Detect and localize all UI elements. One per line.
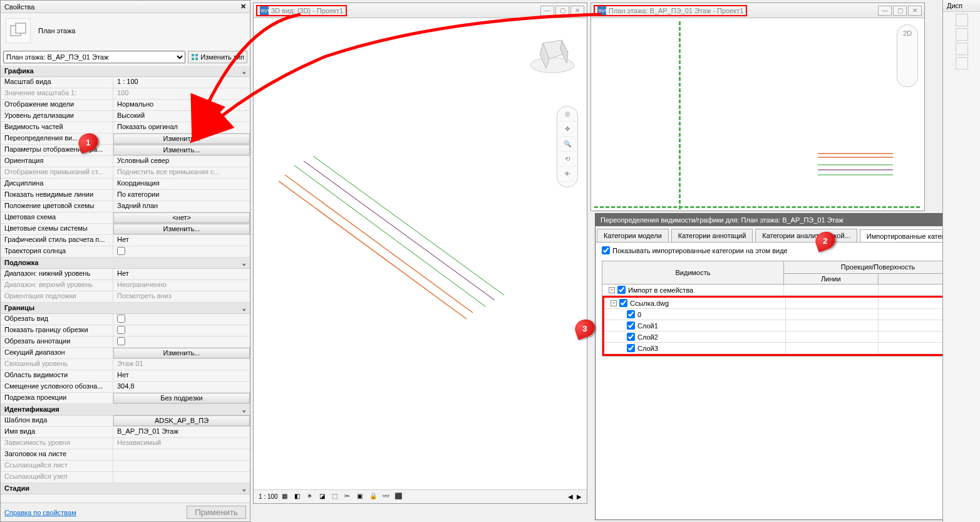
property-row[interactable]: Заголовок на листе <box>1 449 250 461</box>
vg-tab[interactable]: Категории модели <box>597 229 669 242</box>
property-value[interactable]: B_АР_ПЭ_01 Этаж <box>113 427 250 437</box>
vg-row-checkbox[interactable] <box>617 286 626 294</box>
property-row[interactable]: Масштаб вида1 : 100 <box>1 77 250 88</box>
property-value[interactable]: Неограниченно <box>113 280 250 291</box>
edit-type-button[interactable]: Изменить тип <box>188 51 247 63</box>
property-row[interactable]: ОриентацияУсловный север <box>1 156 250 167</box>
scale-label[interactable]: 1 : 100 <box>259 493 278 500</box>
property-checkbox[interactable] <box>117 247 125 255</box>
vg-tree-child[interactable]: Слой2 <box>604 331 971 343</box>
property-value[interactable] <box>113 246 250 257</box>
lock-icon[interactable]: 🔒 <box>369 493 378 501</box>
detail-level-icon[interactable]: ▦ <box>282 493 291 501</box>
property-value[interactable] <box>113 325 250 336</box>
close-icon[interactable]: ✕ <box>240 3 246 11</box>
vg-row-checkbox[interactable] <box>627 333 635 341</box>
nav-bar-plan[interactable]: 2D <box>897 24 918 87</box>
vg-row-checkbox[interactable] <box>627 310 635 318</box>
property-row[interactable]: Уровень детализацииВысокий <box>1 111 250 122</box>
property-value[interactable]: Высокий <box>113 111 250 122</box>
visual-style-icon[interactable]: ◧ <box>294 493 303 501</box>
property-value[interactable]: 304,8 <box>113 382 250 392</box>
property-value[interactable]: Нет <box>113 370 250 381</box>
property-row[interactable]: Имя видаB_АР_ПЭ_01 Этаж <box>1 427 250 438</box>
property-row[interactable]: ДисциплинаКоординация <box>1 179 250 190</box>
property-row[interactable]: Параметры отображения гра...Изменить... <box>1 145 250 156</box>
property-row[interactable]: Отображение примыканий ст...Подчистить в… <box>1 167 250 179</box>
minimize-button[interactable]: — <box>540 6 554 16</box>
property-row[interactable]: Диапазон: верхний уровеньНеограниченно <box>1 280 250 291</box>
property-value-button[interactable]: ADSK_АР_В_ПЭ <box>113 415 250 426</box>
vg-row[interactable]: − Импорт в семейства <box>602 284 972 296</box>
property-value[interactable]: 1 : 100 <box>113 77 250 88</box>
property-row[interactable]: Положение цветовой схемыЗадний план <box>1 201 250 212</box>
property-row[interactable]: Видимость частейПоказать оригинал <box>1 122 250 133</box>
property-row[interactable]: Траектория солнца <box>1 246 250 258</box>
property-row[interactable]: Обрезать аннотации <box>1 337 250 348</box>
property-row[interactable]: Показать границу обрезки <box>1 325 250 337</box>
close-button[interactable]: ✕ <box>908 6 922 16</box>
property-value-button[interactable]: Изменить... <box>113 348 250 358</box>
property-row[interactable]: Отображение моделиНормально <box>1 100 250 111</box>
property-value[interactable] <box>113 337 250 347</box>
property-value[interactable]: Нет <box>113 269 250 279</box>
browser-icon[interactable] <box>956 43 968 55</box>
property-value[interactable]: Задний план <box>113 201 250 212</box>
temp-hide-icon[interactable]: 👓 <box>382 493 391 501</box>
scroll-left-icon[interactable]: ◀ <box>568 493 573 500</box>
property-row[interactable]: Секущий диапазонИзменить... <box>1 348 250 359</box>
vg-tree-child[interactable]: Слой1 <box>604 320 971 331</box>
property-row[interactable]: Ссылающийся лист <box>1 461 250 472</box>
vg-row-checkbox[interactable] <box>627 321 635 330</box>
crop-icon[interactable]: ✂ <box>344 493 353 501</box>
property-row[interactable]: Шаблон видаADSK_АР_В_ПЭ <box>1 415 250 427</box>
nav-zoom-icon[interactable]: 🔍 <box>557 137 577 152</box>
browser-icon[interactable] <box>956 14 968 26</box>
type-selector[interactable]: План этажа: B_АР_ПЭ_01 Этаж <box>3 51 185 63</box>
view-3d-canvas[interactable]: ◎ ✥ 🔍 ⟲ 👁 1 : 100 ▦ ◧ ☀ ◪ ⬚ ✂ ▣ 🔒 👓 ⬛ ◀ <box>254 18 587 503</box>
crop-region-icon[interactable]: ▣ <box>357 493 366 501</box>
property-value[interactable]: Условный север <box>113 156 250 167</box>
properties-help-link[interactable]: Справка по свойствам <box>4 509 76 516</box>
property-value-button[interactable]: Без подрезки <box>113 393 250 404</box>
property-row[interactable]: Цветовая схема<нет> <box>1 212 250 224</box>
property-row[interactable]: Область видимостиНет <box>1 370 250 382</box>
property-value[interactable]: Независимый <box>113 438 250 449</box>
property-row[interactable]: Графический стиль расчета п...Нет <box>1 235 250 246</box>
property-group-header[interactable]: Границы⌄ <box>1 303 250 314</box>
property-row[interactable]: Подрезка проекцииБез подрезки <box>1 393 250 404</box>
property-value-button[interactable]: <нет> <box>113 212 250 223</box>
minimize-button[interactable]: — <box>878 6 892 16</box>
scroll-right-icon[interactable]: ▶ <box>577 493 582 500</box>
property-value-button[interactable]: Изменить... <box>113 133 250 144</box>
property-row[interactable]: Диапазон: нижний уровеньНет <box>1 269 250 280</box>
property-value[interactable] <box>113 472 250 483</box>
nav-pan-icon[interactable]: ✥ <box>557 122 577 137</box>
property-value[interactable]: 100 <box>113 88 250 99</box>
property-group-header[interactable]: Стадии⌄ <box>1 483 250 494</box>
property-group-header[interactable]: Подложка⌄ <box>1 258 250 269</box>
property-row[interactable]: Смещение условного обозна...304,8 <box>1 382 250 393</box>
property-value[interactable]: Нет <box>113 235 250 246</box>
apply-button[interactable]: Применить <box>187 506 246 519</box>
property-row[interactable]: Переопределения ви...Изменить... <box>1 133 250 145</box>
sun-path-icon[interactable]: ☀ <box>307 493 316 501</box>
nav-wheel-icon[interactable]: ◎ <box>557 107 577 122</box>
property-row[interactable]: Показать невидимые линииПо категории <box>1 190 250 201</box>
property-value-button[interactable]: Изменить... <box>113 145 250 155</box>
close-button[interactable]: ✕ <box>570 6 584 16</box>
show-imported-checkbox[interactable] <box>602 246 610 254</box>
property-checkbox[interactable] <box>117 326 125 334</box>
browser-icon[interactable] <box>956 28 968 41</box>
maximize-button[interactable]: ▢ <box>555 6 569 16</box>
property-value-button[interactable]: Изменить... <box>113 224 250 234</box>
property-group-header[interactable]: Графика⌄ <box>1 66 250 77</box>
property-group-header[interactable]: Идентификация⌄ <box>1 404 250 415</box>
nav-2d-icon[interactable]: 2D <box>897 25 917 41</box>
maximize-button[interactable]: ▢ <box>893 6 907 16</box>
view-plan-canvas[interactable]: 2D <box>591 18 924 211</box>
property-value[interactable]: Этаж 01 <box>113 359 250 370</box>
property-value[interactable] <box>113 314 250 325</box>
vg-tree-root[interactable]: − Ссылка.dwg <box>604 298 971 309</box>
browser-icon[interactable] <box>956 57 968 70</box>
